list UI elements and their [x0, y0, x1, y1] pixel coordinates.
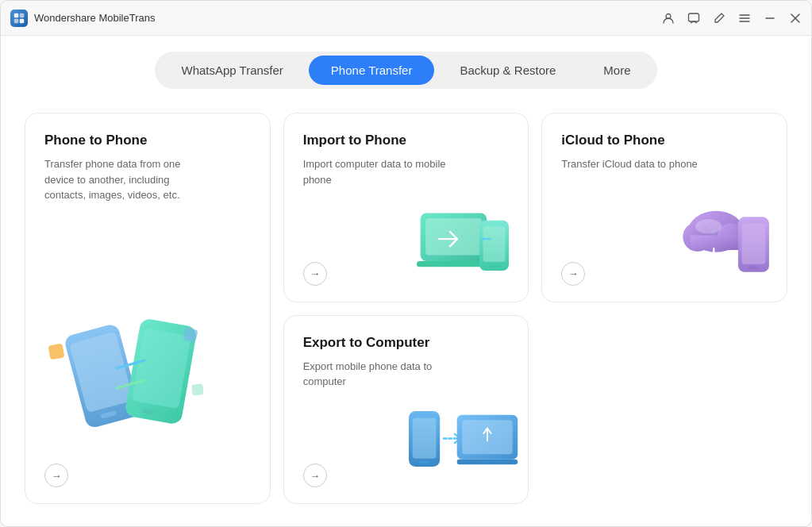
svg-rect-5: [689, 13, 699, 21]
svg-rect-0: [14, 13, 19, 17]
card-export-to-computer[interactable]: Export to Computer Export mobile phone d…: [283, 315, 529, 505]
card-export-desc: Export mobile phone data to computer: [303, 359, 462, 390]
tab-more[interactable]: More: [581, 56, 652, 85]
svg-point-32: [695, 218, 722, 233]
app-title: Wondershare MobileTrans: [34, 12, 155, 24]
svg-rect-13: [69, 332, 133, 413]
svg-rect-42: [457, 460, 518, 465]
tab-backup[interactable]: Backup & Restore: [437, 56, 578, 85]
svg-rect-37: [413, 417, 437, 458]
svg-rect-2: [14, 18, 19, 23]
import-illustration: [417, 198, 520, 294]
svg-rect-20: [191, 383, 203, 395]
svg-rect-26: [483, 226, 506, 262]
card-import-arrow[interactable]: →: [303, 262, 327, 286]
card-phone-to-phone[interactable]: Phone to Phone Transfer phone data from …: [25, 113, 271, 504]
user-icon[interactable]: [662, 12, 675, 25]
card-phone-to-phone-desc: Transfer phone data from one device to a…: [44, 156, 203, 203]
main-content: WhatsApp Transfer Phone Transfer Backup …: [1, 36, 811, 527]
tab-phone[interactable]: Phone Transfer: [309, 56, 435, 85]
icloud-illustration: [675, 198, 779, 294]
window-controls: [662, 12, 802, 25]
svg-rect-18: [48, 344, 65, 360]
card-icloud-desc: Transfer iCloud data to phone: [561, 156, 720, 172]
titlebar: Wondershare MobileTrans: [1, 1, 811, 36]
card-icloud-arrow[interactable]: →: [561, 262, 585, 286]
card-import-to-phone[interactable]: Import to Phone Import computer data to …: [283, 113, 529, 302]
card-import-title: Import to Phone: [303, 133, 510, 148]
card-phone-to-phone-title: Phone to Phone: [44, 133, 251, 148]
svg-rect-3: [20, 18, 25, 23]
card-export-arrow[interactable]: →: [303, 464, 327, 487]
nav-tabs: WhatsApp Transfer Phone Transfer Backup …: [155, 52, 656, 89]
card-export-title: Export to Computer: [303, 335, 510, 351]
svg-rect-31: [691, 235, 739, 250]
feedback-icon[interactable]: [687, 12, 700, 25]
phone-to-phone-illustration: [41, 305, 216, 464]
svg-rect-34: [742, 223, 766, 264]
svg-rect-38: [419, 461, 429, 464]
export-illustration: [409, 400, 520, 495]
svg-rect-22: [425, 218, 482, 255]
card-phone-to-phone-arrow[interactable]: →: [44, 464, 68, 487]
tab-whatsapp[interactable]: WhatsApp Transfer: [159, 56, 305, 85]
card-icloud-to-phone[interactable]: iCloud to Phone Transfer iCloud data to …: [541, 113, 787, 302]
edit-icon[interactable]: [713, 12, 725, 25]
app-logo: [10, 10, 28, 27]
card-icloud-title: iCloud to Phone: [561, 133, 768, 148]
svg-rect-1: [20, 13, 25, 17]
close-icon[interactable]: [789, 12, 802, 25]
menu-icon[interactable]: [738, 12, 751, 25]
svg-rect-27: [489, 264, 499, 267]
card-import-desc: Import computer data to mobile phone: [303, 156, 462, 187]
minimize-icon[interactable]: [764, 12, 776, 25]
svg-rect-35: [749, 266, 759, 269]
cards-grid: Phone to Phone Transfer phone data from …: [25, 113, 787, 504]
